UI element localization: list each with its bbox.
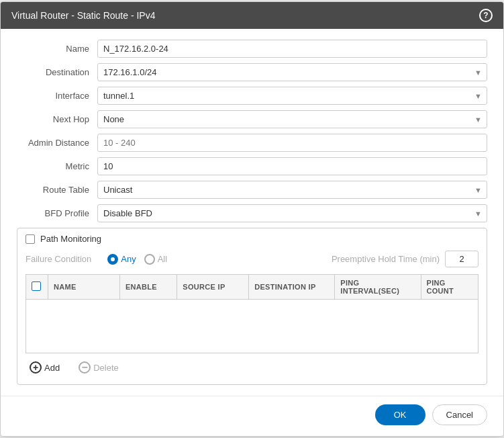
dialog-title: Virtual Router - Static Route - IPv4 bbox=[11, 10, 156, 21]
destination-row: Destination 172.16.1.0/24 ▼ bbox=[17, 63, 487, 81]
bfd-profile-select[interactable]: Disable BFD bbox=[97, 204, 487, 222]
radio-all[interactable]: All bbox=[144, 254, 167, 265]
name-input[interactable] bbox=[97, 40, 487, 58]
radio-any[interactable]: Any bbox=[107, 254, 136, 265]
failure-condition-label: Failure Condition bbox=[26, 254, 91, 264]
path-monitoring-legend: Path Monitoring bbox=[26, 234, 478, 244]
nexthop-row: Next Hop None ▼ bbox=[17, 110, 487, 128]
interface-row: Interface tunnel.1 ▼ bbox=[17, 87, 487, 105]
route-table-select[interactable]: Unicast bbox=[97, 181, 487, 199]
interface-select-wrapper: tunnel.1 ▼ bbox=[97, 87, 487, 105]
pm-controls-row: Failure Condition Any All Preemptive Hol… bbox=[26, 251, 478, 267]
th-destination-ip: DESTINATION IP bbox=[249, 275, 335, 300]
delete-label: Delete bbox=[93, 363, 119, 373]
nexthop-select[interactable]: None bbox=[97, 110, 487, 128]
destination-select[interactable]: 172.16.1.0/24 bbox=[97, 63, 487, 81]
empty-table-row bbox=[26, 300, 478, 353]
name-row: Name bbox=[17, 40, 487, 58]
add-button[interactable]: + Add bbox=[26, 359, 64, 376]
dialog-body: Name Destination 172.16.1.0/24 ▼ Interfa… bbox=[1, 29, 503, 396]
select-all-checkbox[interactable] bbox=[32, 281, 41, 291]
metric-label: Metric bbox=[17, 161, 97, 171]
delete-button[interactable]: − Delete bbox=[74, 359, 123, 376]
destination-label: Destination bbox=[17, 67, 97, 77]
metric-input[interactable] bbox=[97, 157, 487, 175]
empty-cell bbox=[26, 300, 478, 353]
path-monitoring-section: Path Monitoring Failure Condition Any Al… bbox=[17, 228, 487, 385]
help-icon[interactable]: ? bbox=[479, 9, 493, 22]
admin-distance-input[interactable] bbox=[97, 134, 487, 152]
path-monitoring-checkbox[interactable] bbox=[26, 234, 35, 244]
radio-any-dot bbox=[107, 254, 118, 265]
nexthop-label: Next Hop bbox=[17, 114, 97, 124]
th-source-ip: SOURCE IP bbox=[177, 275, 249, 300]
bfd-profile-row: BFD Profile Disable BFD ▼ bbox=[17, 204, 487, 222]
bfd-profile-select-wrapper: Disable BFD ▼ bbox=[97, 204, 487, 222]
pm-preemptive: Preemptive Hold Time (min) bbox=[332, 251, 478, 267]
path-monitoring-label: Path Monitoring bbox=[40, 234, 101, 244]
radio-all-label: All bbox=[158, 254, 167, 264]
ok-button[interactable]: OK bbox=[375, 404, 425, 425]
th-ping-count: PING COUNT bbox=[421, 275, 478, 300]
bfd-profile-label: BFD Profile bbox=[17, 208, 97, 218]
th-name: NAME bbox=[48, 275, 120, 300]
pm-table-footer: + Add − Delete bbox=[26, 359, 478, 376]
dialog: Virtual Router - Static Route - IPv4 ? N… bbox=[0, 1, 504, 437]
radio-all-dot bbox=[144, 254, 155, 265]
preemptive-hold-label: Preemptive Hold Time (min) bbox=[332, 254, 440, 264]
destination-select-wrapper: 172.16.1.0/24 ▼ bbox=[97, 63, 487, 81]
dialog-footer: OK Cancel bbox=[1, 396, 503, 436]
route-table-label: Route Table bbox=[17, 185, 97, 195]
interface-select[interactable]: tunnel.1 bbox=[97, 87, 487, 105]
add-circle-icon: + bbox=[30, 361, 42, 374]
path-monitoring-table: NAME ENABLE SOURCE IP DESTINATION IP PIN… bbox=[26, 274, 478, 353]
admin-distance-row: Admin Distance bbox=[17, 134, 487, 152]
add-label: Add bbox=[44, 363, 60, 373]
th-enable: ENABLE bbox=[119, 275, 177, 300]
th-checkbox bbox=[26, 275, 48, 300]
name-label: Name bbox=[17, 44, 97, 54]
radio-any-label: Any bbox=[121, 254, 136, 264]
failure-condition-radio-group: Any All bbox=[107, 254, 167, 265]
route-table-select-wrapper: Unicast ▼ bbox=[97, 181, 487, 199]
interface-label: Interface bbox=[17, 91, 97, 101]
delete-circle-icon: − bbox=[79, 361, 91, 374]
admin-distance-label: Admin Distance bbox=[17, 138, 97, 148]
metric-row: Metric bbox=[17, 157, 487, 175]
preemptive-hold-input[interactable] bbox=[445, 251, 478, 267]
nexthop-select-wrapper: None ▼ bbox=[97, 110, 487, 128]
cancel-button[interactable]: Cancel bbox=[432, 404, 487, 425]
th-ping-interval: PING INTERVAL(SEC) bbox=[335, 275, 421, 300]
dialog-header: Virtual Router - Static Route - IPv4 ? bbox=[1, 2, 503, 29]
route-table-row: Route Table Unicast ▼ bbox=[17, 181, 487, 199]
